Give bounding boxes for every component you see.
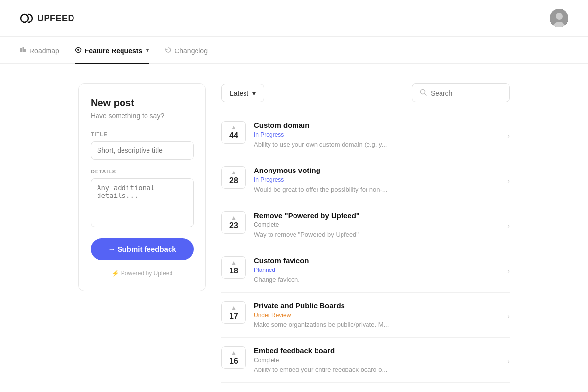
- bolt-icon: ⚡: [112, 270, 119, 277]
- details-textarea[interactable]: [91, 178, 194, 227]
- feed-item-status: In Progress: [254, 131, 499, 138]
- vote-box[interactable]: ▲ 17: [221, 301, 246, 324]
- vote-box[interactable]: ▲ 18: [221, 256, 246, 279]
- chevron-down-icon: ▾: [146, 48, 149, 54]
- svg-rect-6: [24, 49, 26, 52]
- vote-box[interactable]: ▲ 28: [221, 166, 246, 189]
- vote-count: 23: [229, 221, 238, 230]
- title-input[interactable]: [91, 141, 194, 160]
- feed-item-description: Change favicon.: [254, 276, 499, 283]
- feed-item-content: Embed feedback board Complete Ability to…: [254, 346, 499, 373]
- title-label: TITLE: [91, 131, 194, 137]
- svg-point-0: [21, 14, 28, 22]
- vote-arrow-icon: ▲: [231, 124, 237, 130]
- feed-item-title: Custom favicon: [254, 256, 499, 265]
- feed-item-status: Complete: [254, 357, 499, 364]
- feed-item-description: Ability to embed your entire feedback bo…: [254, 366, 499, 373]
- powered-by-text: Powered by Upfeed: [121, 270, 172, 277]
- nav-feature-requests[interactable]: Feature Requests ▾: [75, 39, 149, 64]
- search-box: [412, 83, 510, 102]
- vote-arrow-icon: ▲: [231, 170, 237, 175]
- nav: Roadmap Feature Requests ▾ Changelog: [0, 39, 588, 64]
- feed-item-chevron-icon: ›: [507, 132, 510, 140]
- feed-item[interactable]: ▲ 28 Anonymous voting In Progress Would …: [221, 157, 510, 202]
- feed-item-description: Way to remove "Powered by Upfeed": [254, 231, 499, 238]
- sort-chevron-icon: ▾: [252, 89, 256, 97]
- submit-feedback-label: → Submit feedback: [108, 245, 176, 253]
- vote-arrow-icon: ▲: [231, 350, 237, 356]
- feed-item-chevron-icon: ›: [507, 312, 510, 320]
- feed-item-description: Would be great to offer the possibility …: [254, 186, 499, 193]
- feed-item-title: Custom domain: [254, 121, 499, 129]
- feed-item-status: In Progress: [254, 176, 499, 183]
- new-post-title: New post: [91, 98, 194, 109]
- feed-item[interactable]: ▲ 44 Custom domain In Progress Ability t…: [221, 112, 510, 157]
- avatar[interactable]: [550, 9, 568, 27]
- powered-by: ⚡ Powered by Upfeed: [91, 270, 194, 277]
- feature-requests-icon: [75, 47, 82, 55]
- changelog-icon: [165, 47, 172, 55]
- svg-point-2: [556, 13, 563, 20]
- feed-item-status: Under Review: [254, 312, 499, 318]
- feed-item-content: Private and Public Boards Under Review M…: [254, 301, 499, 328]
- vote-box[interactable]: ▲ 44: [221, 121, 246, 144]
- feed-item-content: Custom domain In Progress Ability to use…: [254, 121, 499, 148]
- vote-arrow-icon: ▲: [231, 305, 237, 311]
- svg-line-12: [425, 94, 427, 96]
- submit-feedback-button[interactable]: → Submit feedback: [91, 238, 194, 260]
- nav-feature-requests-label: Feature Requests: [85, 47, 142, 55]
- nav-changelog[interactable]: Changelog: [165, 39, 208, 64]
- roadmap-icon: [20, 47, 26, 55]
- nav-changelog-label: Changelog: [174, 47, 208, 55]
- svg-rect-4: [20, 48, 22, 52]
- logo[interactable]: UPFEED: [20, 13, 74, 24]
- feed-controls: Latest ▾: [221, 83, 510, 102]
- vote-count: 16: [229, 357, 238, 366]
- header: UPFEED: [0, 0, 588, 37]
- sort-button[interactable]: Latest ▾: [221, 84, 264, 102]
- feed-item-chevron-icon: ›: [507, 222, 510, 230]
- svg-rect-5: [23, 47, 24, 52]
- svg-point-8: [77, 49, 79, 51]
- details-form-group: DETAILS: [91, 169, 194, 229]
- vote-count: 44: [229, 131, 238, 140]
- feed-item-description: Make some organizations be public/privat…: [254, 321, 499, 328]
- vote-count: 28: [229, 176, 238, 185]
- vote-box[interactable]: ▲ 16: [221, 346, 246, 369]
- feed-item-title: Anonymous voting: [254, 166, 499, 174]
- logo-icon: [20, 13, 33, 23]
- feed-item-content: Anonymous voting In Progress Would be gr…: [254, 166, 499, 193]
- logo-text: UPFEED: [37, 13, 74, 24]
- feed-item-status: Planned: [254, 267, 499, 273]
- search-input[interactable]: [431, 89, 501, 97]
- feed-item-description: Ability to use your own custom domain (e…: [254, 141, 499, 148]
- vote-arrow-icon: ▲: [231, 260, 237, 266]
- search-icon: [420, 89, 427, 97]
- feed-item-chevron-icon: ›: [507, 267, 510, 275]
- feed-panel: Latest ▾ ▲ 44 Custom domain In Progress: [221, 83, 510, 383]
- vote-count: 17: [229, 312, 238, 320]
- avatar-image: [550, 9, 568, 27]
- details-label: DETAILS: [91, 169, 194, 174]
- feed-item[interactable]: ▲ 17 Private and Public Boards Under Rev…: [221, 293, 510, 338]
- nav-roadmap-label: Roadmap: [29, 47, 59, 55]
- feed-item-content: Remove "Powered by Upfeed" Complete Way …: [254, 211, 499, 238]
- vote-arrow-icon: ▲: [231, 215, 237, 220]
- feed-item[interactable]: ▲ 18 Custom favicon Planned Change favic…: [221, 247, 510, 293]
- nav-roadmap[interactable]: Roadmap: [20, 39, 59, 64]
- feed-item[interactable]: ▲ 16 Embed feedback board Complete Abili…: [221, 338, 510, 383]
- feed-item-title: Remove "Powered by Upfeed": [254, 211, 499, 220]
- sort-label: Latest: [230, 89, 248, 97]
- feed-item-content: Custom favicon Planned Change favicon.: [254, 256, 499, 283]
- feed-item[interactable]: ▲ 23 Remove "Powered by Upfeed" Complete…: [221, 202, 510, 247]
- new-post-panel: New post Have something to say? TITLE DE…: [78, 83, 206, 291]
- feed-item-status: Complete: [254, 221, 499, 228]
- title-form-group: TITLE: [91, 131, 194, 160]
- vote-box[interactable]: ▲ 23: [221, 211, 246, 234]
- main-content: New post Have something to say? TITLE DE…: [0, 64, 588, 392]
- feed-item-chevron-icon: ›: [507, 177, 510, 185]
- new-post-subtitle: Have something to say?: [91, 112, 194, 120]
- feed-list: ▲ 44 Custom domain In Progress Ability t…: [221, 112, 510, 383]
- feed-item-chevron-icon: ›: [507, 357, 510, 365]
- vote-count: 18: [229, 267, 238, 275]
